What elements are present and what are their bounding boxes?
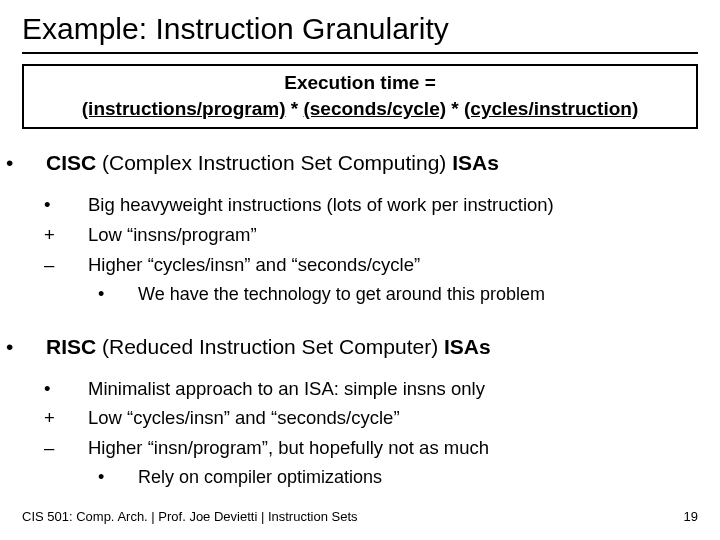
plus-icon: + [66, 404, 88, 432]
cisc-expansion: (Complex Instruction Set Computing) [96, 151, 452, 174]
bullet-icon: • [118, 464, 138, 490]
cisc-point-3: –Higher “cycles/insn” and “seconds/cycle… [66, 251, 698, 279]
risc-point-2-text: Low “cycles/insn” and “seconds/cycle” [88, 407, 400, 428]
cisc-subpoint: •We have the technology to get around th… [118, 281, 698, 307]
formula-op-1: * [286, 98, 304, 119]
risc-point-3: –Higher “insn/program”, but hopefully no… [66, 434, 698, 462]
risc-acronym: RISC [46, 335, 96, 358]
cisc-isas: ISAs [452, 151, 499, 174]
risc-isas: ISAs [444, 335, 491, 358]
formula-term-2: (seconds/cycle) [303, 98, 446, 119]
slide-footer: CIS 501: Comp. Arch. | Prof. Joe Deviett… [22, 509, 698, 524]
cisc-heading: •CISC (Complex Instruction Set Computing… [26, 151, 698, 175]
risc-subpoint: •Rely on compiler optimizations [118, 464, 698, 490]
formula-line2: (instructions/program) * (seconds/cycle)… [32, 96, 688, 122]
slide-title: Example: Instruction Granularity [22, 12, 698, 46]
footer-left: CIS 501: Comp. Arch. | Prof. Joe Deviett… [22, 509, 358, 524]
page-number: 19 [684, 509, 698, 524]
risc-subpoint-text: Rely on compiler optimizations [138, 467, 382, 487]
title-underline [22, 52, 698, 54]
risc-point-2: +Low “cycles/insn” and “seconds/cycle” [66, 404, 698, 432]
cisc-subpoint-text: We have the technology to get around thi… [138, 284, 545, 304]
risc-point-1: •Minimalist approach to an ISA: simple i… [66, 375, 698, 403]
risc-point-1-text: Minimalist approach to an ISA: simple in… [88, 378, 485, 399]
cisc-point-1: •Big heavyweight instructions (lots of w… [66, 191, 698, 219]
risc-point-3-text: Higher “insn/program”, but hopefully not… [88, 437, 489, 458]
plus-icon: + [66, 221, 88, 249]
content-body: •CISC (Complex Instruction Set Computing… [22, 151, 698, 490]
cisc-point-2-text: Low “insns/program” [88, 224, 257, 245]
cisc-point-2: +Low “insns/program” [66, 221, 698, 249]
minus-icon: – [66, 434, 88, 462]
bullet-icon: • [26, 151, 46, 175]
bullet-icon: • [66, 375, 88, 403]
risc-expansion: (Reduced Instruction Set Computer) [96, 335, 444, 358]
formula-term-1: (instructions/program) [82, 98, 286, 119]
formula-term-3: (cycles/instruction) [464, 98, 638, 119]
cisc-point-3-text: Higher “cycles/insn” and “seconds/cycle” [88, 254, 420, 275]
cisc-point-1-text: Big heavyweight instructions (lots of wo… [88, 194, 554, 215]
bullet-icon: • [118, 281, 138, 307]
minus-icon: – [66, 251, 88, 279]
formula-line1: Execution time = [32, 70, 688, 96]
bullet-icon: • [66, 191, 88, 219]
bullet-icon: • [26, 335, 46, 359]
cisc-acronym: CISC [46, 151, 96, 174]
risc-heading: •RISC (Reduced Instruction Set Computer)… [26, 335, 698, 359]
formula-op-2: * [446, 98, 464, 119]
formula-box: Execution time = (instructions/program) … [22, 64, 698, 129]
